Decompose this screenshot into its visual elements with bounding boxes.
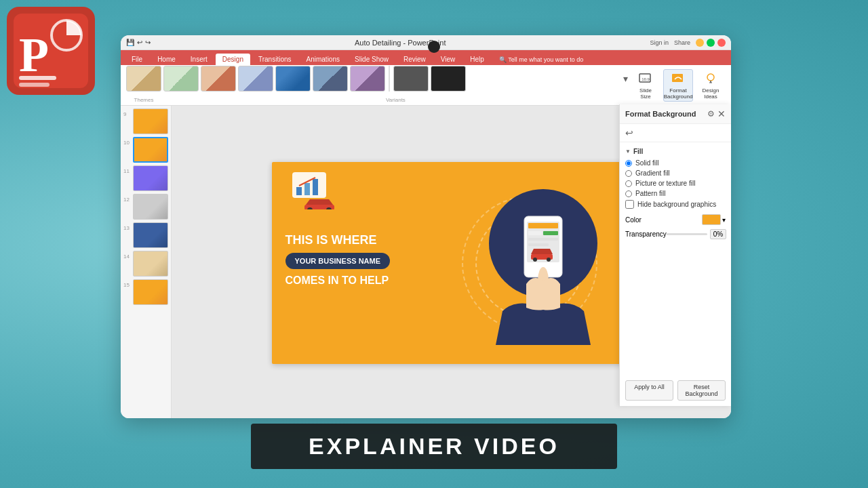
tab-slideshow[interactable]: Slide Show bbox=[348, 54, 395, 65]
tab-transitions[interactable]: Transitions bbox=[252, 54, 298, 65]
maximize-button[interactable] bbox=[707, 39, 715, 47]
variants-label: Variants bbox=[386, 97, 406, 103]
theme-3[interactable] bbox=[201, 66, 236, 92]
slide-thumb-11[interactable] bbox=[133, 165, 168, 191]
subtitle-text: EXPLAINER VIDEO bbox=[309, 433, 559, 459]
svg-text:16:9: 16:9 bbox=[642, 77, 650, 81]
svg-point-21 bbox=[533, 258, 537, 262]
window-title: Auto Detailing - PowerPoint bbox=[151, 39, 650, 47]
fill-option-hide: Hide background graphics bbox=[625, 200, 726, 209]
tab-file[interactable]: File bbox=[125, 54, 149, 65]
tab-view[interactable]: View bbox=[434, 54, 462, 65]
slide-thumb-12[interactable] bbox=[133, 194, 168, 220]
close-button[interactable] bbox=[717, 39, 726, 47]
theme-7[interactable] bbox=[350, 66, 385, 92]
slide-thumb-10[interactable] bbox=[133, 137, 168, 163]
slide-thumb-14[interactable] bbox=[133, 251, 168, 277]
theme-8[interactable] bbox=[393, 66, 429, 92]
fill-option-picture: Picture or texture fill bbox=[625, 180, 726, 187]
redo-icon[interactable]: ↪ bbox=[145, 39, 151, 46]
slide-name-box: YOUR BUSINESS NAME bbox=[285, 253, 391, 269]
fill-expand-arrow[interactable]: ▼ bbox=[625, 148, 631, 155]
slide-thumb-13[interactable] bbox=[133, 222, 168, 248]
slide-title-line1: THIS IS WHERE bbox=[285, 233, 421, 248]
phone-hand-svg bbox=[475, 176, 611, 345]
gradient-fill-radio[interactable] bbox=[625, 170, 632, 177]
share-button[interactable]: Share bbox=[674, 39, 690, 46]
slide-item-13[interactable]: 13 bbox=[123, 222, 168, 248]
transparency-slider[interactable] bbox=[667, 233, 707, 235]
design-toolbar: ▾ Themes Variants 16:9 SlideSize bbox=[121, 65, 731, 106]
hide-graphics-checkbox[interactable] bbox=[625, 200, 634, 209]
svg-rect-4 bbox=[19, 76, 56, 80]
theme-1[interactable] bbox=[126, 66, 161, 92]
panel-settings-icon[interactable]: ⚙ bbox=[707, 109, 715, 119]
theme-9[interactable] bbox=[431, 66, 466, 92]
svg-point-22 bbox=[547, 258, 551, 262]
tab-home[interactable]: Home bbox=[151, 54, 182, 65]
slide-thumb-15[interactable] bbox=[133, 279, 168, 305]
svg-rect-18 bbox=[528, 238, 558, 241]
ribbon-tabs: File Home Insert Design Transitions Anim… bbox=[121, 50, 731, 65]
theme-4[interactable] bbox=[238, 66, 273, 92]
undo-icon[interactable]: ↩ bbox=[137, 39, 142, 46]
theme-2[interactable] bbox=[163, 66, 199, 92]
slide-item-9[interactable]: 9 bbox=[123, 108, 168, 134]
tab-design[interactable]: Design bbox=[216, 54, 250, 65]
themes-strip bbox=[126, 66, 621, 92]
slide-text-area: THIS IS WHERE YOUR BUSINESS NAME COMES I… bbox=[285, 189, 421, 287]
slide-item-11[interactable]: 11 bbox=[123, 165, 168, 191]
svg-rect-15 bbox=[528, 223, 558, 228]
slide-item-10[interactable]: 10 bbox=[123, 137, 168, 163]
reset-background-button[interactable]: Reset Background bbox=[677, 380, 726, 401]
themes-label: Themes bbox=[134, 97, 154, 103]
format-background-panel: Format Background ⚙ ✕ ↩ ▼ Fill bbox=[619, 104, 731, 406]
fill-option-solid: Solid fill bbox=[625, 159, 726, 167]
color-swatch[interactable] bbox=[702, 214, 721, 225]
svg-rect-17 bbox=[543, 231, 558, 235]
subtitle-bar: EXPLAINER VIDEO bbox=[251, 424, 617, 469]
color-dropdown-arrow[interactable]: ▾ bbox=[722, 216, 726, 224]
slide-size-button[interactable]: 16:9 SlideSize bbox=[631, 70, 660, 101]
svg-point-9 bbox=[707, 74, 714, 81]
tab-search[interactable]: 🔍 Tell me what you want to do bbox=[492, 54, 590, 65]
undo-icon[interactable]: ↩ bbox=[625, 127, 633, 138]
slide-item-14[interactable]: 14 bbox=[123, 251, 168, 277]
pattern-fill-label: Pattern fill bbox=[635, 190, 665, 197]
ppt-logo: P bbox=[7, 7, 95, 95]
tab-animations[interactable]: Animations bbox=[300, 54, 347, 65]
theme-6[interactable] bbox=[313, 66, 348, 92]
apply-to-all-button[interactable]: Apply to All bbox=[625, 380, 673, 401]
pattern-fill-radio[interactable] bbox=[625, 190, 632, 197]
tab-insert[interactable]: Insert bbox=[184, 54, 214, 65]
themes-expand-icon[interactable]: ▾ bbox=[623, 73, 628, 84]
signin-button[interactable]: Sign in bbox=[650, 39, 669, 46]
hide-graphics-label: Hide background graphics bbox=[637, 201, 716, 208]
minimize-button[interactable] bbox=[696, 39, 704, 47]
design-ideas-button[interactable]: DesignIdeas bbox=[696, 70, 726, 101]
panel-undo-row: ↩ bbox=[620, 124, 731, 142]
design-ideas-label: DesignIdeas bbox=[703, 87, 719, 100]
format-background-button[interactable]: FormatBackground bbox=[663, 69, 693, 102]
svg-rect-16 bbox=[528, 231, 542, 235]
solid-fill-label: Solid fill bbox=[635, 159, 658, 167]
slide-item-12[interactable]: 12 bbox=[123, 194, 168, 220]
slide-thumb-9[interactable] bbox=[133, 108, 168, 134]
slide-subtitle: COMES IN TO HELP bbox=[285, 274, 421, 287]
slide-canvas[interactable]: THIS IS WHERE YOUR BUSINESS NAME COMES I… bbox=[272, 162, 631, 364]
transparency-label: Transparency bbox=[625, 230, 667, 238]
color-row: Color ▾ bbox=[625, 214, 726, 225]
tab-help[interactable]: Help bbox=[463, 54, 491, 65]
slide-item-15[interactable]: 15 bbox=[123, 279, 168, 305]
solid-fill-radio[interactable] bbox=[625, 160, 632, 167]
save-icon[interactable]: 💾 bbox=[126, 39, 134, 46]
tab-review[interactable]: Review bbox=[397, 54, 433, 65]
fill-option-gradient: Gradient fill bbox=[625, 169, 726, 177]
fill-label: ▼ Fill bbox=[625, 148, 726, 155]
panel-close-icon[interactable]: ✕ bbox=[717, 108, 726, 119]
illustration-area bbox=[482, 182, 604, 331]
main-window: 💾 ↩ ↪ Auto Detailing - PowerPoint Sign i… bbox=[121, 35, 731, 418]
customize-section: 16:9 SlideSize FormatBackground DesignId… bbox=[631, 69, 726, 102]
picture-fill-radio[interactable] bbox=[625, 180, 632, 187]
theme-5[interactable] bbox=[275, 66, 311, 92]
